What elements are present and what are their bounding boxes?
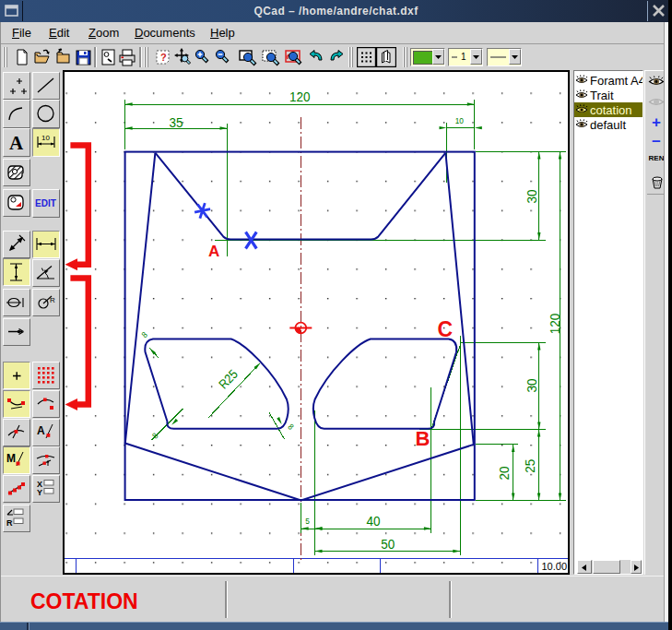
svg-text:120: 120 (289, 89, 311, 104)
svg-text:40: 40 (367, 513, 381, 529)
svg-text:C: C (438, 317, 454, 341)
svg-text:30: 30 (524, 190, 539, 204)
svg-text:5: 5 (305, 517, 310, 526)
svg-text:30: 30 (524, 379, 539, 393)
svg-text:50: 50 (381, 536, 395, 552)
svg-text:20: 20 (496, 466, 512, 480)
svg-text:?: ? (160, 52, 167, 63)
svg-text:R: R (50, 296, 55, 304)
svg-text:1: 1 (461, 52, 466, 62)
svg-text:B: B (416, 427, 430, 450)
svg-text:A: A (208, 243, 219, 260)
svg-text:M: M (6, 452, 16, 465)
svg-text:120: 120 (547, 314, 562, 335)
svg-text:A: A (37, 424, 45, 437)
svg-text:EDIT: EDIT (35, 198, 56, 208)
svg-text:10: 10 (455, 116, 464, 125)
svg-text:Y: Y (37, 488, 42, 497)
svg-text:35: 35 (170, 114, 183, 130)
svg-text:10.00: 10.00 (541, 561, 567, 572)
svg-text:A: A (9, 132, 24, 154)
svg-text:R: R (6, 518, 13, 528)
svg-text:10: 10 (41, 134, 50, 142)
svg-text:25: 25 (522, 459, 537, 473)
